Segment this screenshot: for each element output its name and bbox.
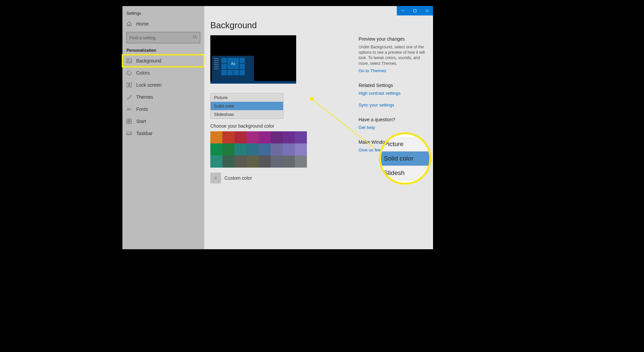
sidebar-item-label: Start — [136, 119, 146, 124]
maximize-button[interactable] — [409, 6, 421, 15]
color-swatch[interactable] — [295, 156, 307, 168]
have-question-head: Have a question? — [359, 117, 429, 122]
svg-rect-10 — [129, 119, 131, 121]
color-swatch[interactable] — [259, 131, 271, 143]
settings-window: Settings Home Personalization Background… — [122, 6, 433, 249]
color-swatch[interactable] — [271, 131, 283, 143]
color-swatch[interactable] — [234, 131, 247, 143]
dropdown-option-solid-color[interactable]: Solid color — [211, 102, 283, 110]
svg-rect-2 — [127, 59, 131, 63]
search-box[interactable] — [126, 32, 200, 43]
color-swatch[interactable] — [234, 156, 247, 168]
sidebar-item-colors[interactable]: Colors — [122, 67, 204, 79]
sidebar-item-lockscreen[interactable]: Lock screen — [122, 79, 204, 91]
sidebar-item-label: Background — [136, 58, 161, 63]
color-swatch[interactable] — [283, 131, 295, 143]
preview-sample-text: Aa — [227, 58, 239, 69]
font-icon: AA — [126, 106, 132, 112]
section-label: Personalization — [122, 48, 204, 55]
color-swatch[interactable] — [210, 156, 222, 168]
close-button[interactable] — [421, 6, 433, 15]
go-to-themes-link[interactable]: Go to Themes — [359, 68, 429, 73]
color-swatch[interactable] — [247, 131, 259, 143]
color-swatch[interactable] — [295, 143, 307, 156]
color-swatch[interactable] — [259, 143, 271, 156]
related-settings-head: Related Settings — [359, 83, 429, 88]
color-swatch[interactable] — [222, 131, 234, 143]
sidebar-item-background[interactable]: Background — [122, 55, 204, 67]
svg-rect-16 — [414, 9, 416, 12]
color-swatch[interactable] — [222, 156, 234, 168]
taskbar-icon — [126, 131, 132, 136]
titlebar — [397, 6, 433, 15]
sidebar-item-start[interactable]: Start — [122, 115, 204, 127]
color-swatch[interactable] — [210, 143, 222, 156]
annotation-dot — [310, 97, 314, 101]
svg-point-4 — [128, 72, 128, 72]
lock-icon — [126, 82, 132, 88]
plus-icon[interactable]: + — [210, 173, 221, 183]
sidebar-item-label: Fonts — [136, 106, 148, 112]
preview-changes-head: Preview your changes — [359, 36, 429, 42]
svg-line-1 — [196, 38, 197, 39]
high-contrast-link[interactable]: High contrast settings — [359, 91, 429, 96]
search-icon — [193, 35, 197, 41]
color-swatch[interactable] — [283, 156, 295, 168]
svg-point-0 — [193, 35, 196, 38]
svg-point-6 — [129, 74, 130, 75]
main-content: Background Aa Picture Solid color Slides… — [204, 6, 433, 249]
dropdown-option-slideshow[interactable]: Slideshow — [211, 110, 283, 119]
zoom-option-solid-color: Solid color — [379, 151, 431, 166]
brush-icon — [126, 94, 132, 100]
color-swatch[interactable] — [283, 143, 295, 156]
background-dropdown[interactable]: Picture Solid color Slideshow — [210, 93, 283, 119]
color-swatch[interactable] — [259, 156, 271, 168]
svg-point-3 — [128, 60, 129, 61]
palette-icon — [126, 70, 132, 76]
color-swatch[interactable] — [271, 143, 283, 156]
start-icon — [126, 119, 132, 124]
minimize-button[interactable] — [397, 6, 409, 15]
color-swatch[interactable] — [271, 156, 283, 168]
search-input[interactable] — [129, 35, 193, 40]
sidebar-item-fonts[interactable]: AA Fonts — [122, 103, 204, 115]
color-swatch[interactable] — [222, 143, 234, 156]
sidebar-item-label: Themes — [136, 94, 153, 100]
preview-taskbar — [210, 81, 296, 84]
window-title: Settings — [122, 6, 204, 18]
svg-rect-13 — [127, 132, 131, 135]
home-label: Home — [136, 21, 149, 27]
sidebar-item-label: Taskbar — [136, 131, 153, 136]
sidebar-item-label: Lock screen — [136, 82, 161, 88]
color-swatch[interactable] — [247, 156, 259, 168]
svg-rect-12 — [129, 122, 131, 124]
preview-start-menu: Aa — [212, 56, 254, 81]
sidebar: Settings Home Personalization Background… — [122, 6, 204, 249]
color-swatch[interactable] — [247, 143, 259, 156]
sidebar-item-label: Colors — [136, 70, 150, 76]
preview-changes-body: Under Background, select one of the opti… — [359, 44, 429, 66]
dropdown-option-picture[interactable]: Picture — [211, 93, 283, 102]
home-button[interactable]: Home — [122, 18, 204, 29]
sync-settings-link[interactable]: Sync your settings — [359, 102, 429, 107]
zoom-callout: Picture Solid color Slidesh — [379, 132, 431, 185]
color-swatch[interactable] — [234, 143, 247, 156]
custom-color-label: Custom color — [224, 175, 252, 181]
desktop-preview: Aa — [210, 35, 296, 84]
svg-point-5 — [128, 73, 128, 74]
svg-rect-11 — [127, 122, 129, 124]
sidebar-item-themes[interactable]: Themes — [122, 91, 204, 103]
svg-rect-9 — [127, 119, 129, 121]
home-icon — [126, 21, 132, 27]
color-swatch[interactable] — [295, 131, 307, 143]
svg-rect-8 — [128, 85, 130, 86]
get-help-link[interactable]: Get help — [359, 125, 429, 130]
color-swatch[interactable] — [210, 131, 222, 143]
sidebar-item-taskbar[interactable]: Taskbar — [122, 127, 204, 139]
picture-icon — [126, 58, 132, 63]
